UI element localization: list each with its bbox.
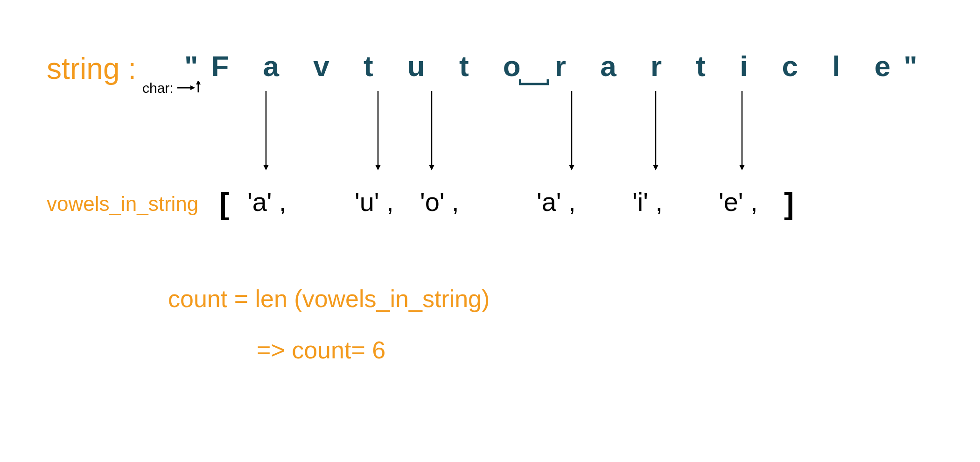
arrow-down-icon — [651, 91, 660, 173]
vowels-in-string-label: vowels_in_string — [47, 192, 198, 216]
svg-marker-1 — [190, 85, 195, 90]
close-bracket: ] — [784, 187, 794, 221]
arrow-down-icon — [427, 91, 436, 173]
open-bracket: [ — [219, 187, 229, 221]
vowel-item: 'o' , — [420, 187, 459, 217]
svg-marker-13 — [653, 165, 658, 170]
vowel-item: 'a' , — [247, 187, 287, 217]
char-label: char: — [142, 80, 174, 96]
vowel-item: 'e' , — [719, 187, 758, 217]
string-label: string : — [47, 51, 136, 86]
count-result: => count= 6 — [257, 336, 385, 364]
arrow-down-icon — [373, 91, 383, 173]
svg-marker-9 — [429, 165, 434, 170]
space-indicator-icon — [519, 78, 552, 88]
vowel-item: 'u' , — [355, 187, 394, 217]
svg-marker-3 — [196, 81, 201, 84]
string-value: "F a v t u t o r a r t i c l e" — [184, 49, 931, 83]
diagram-canvas: string : "F a v t u t o r a r t i c l e"… — [0, 0, 980, 462]
vowel-item: 'a' , — [537, 187, 576, 217]
char-pointer-arrow-icon — [177, 81, 205, 99]
arrow-down-icon — [737, 91, 747, 173]
svg-marker-7 — [375, 165, 381, 170]
svg-marker-5 — [263, 165, 269, 170]
svg-marker-15 — [739, 165, 745, 170]
vowel-item: 'i' , — [632, 187, 663, 217]
arrow-down-icon — [261, 91, 271, 173]
count-expression: count = len (vowels_in_string) — [168, 285, 490, 313]
svg-marker-11 — [569, 165, 574, 170]
arrow-down-icon — [567, 91, 576, 173]
